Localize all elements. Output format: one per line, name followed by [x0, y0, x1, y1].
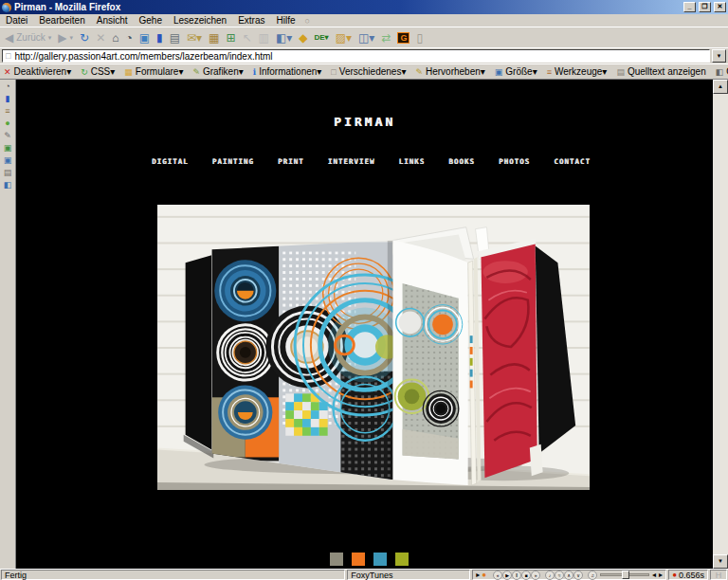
- stop-icon[interactable]: ✕: [96, 32, 105, 44]
- dev-optionen[interactable]: ◧Optionen▾: [716, 66, 728, 77]
- history-icon[interactable]: ◔: [125, 32, 132, 44]
- mute-button[interactable]: ♫: [588, 571, 597, 580]
- back-button[interactable]: ◀ Zurück ▾: [5, 32, 51, 44]
- options-icon: ◧: [716, 67, 724, 77]
- dev-verschiedenes[interactable]: □Verschiedenes▾: [331, 66, 406, 77]
- menu-bearbeiten[interactable]: Bearbeiten: [33, 15, 90, 26]
- seek-forward-icon[interactable]: ▸: [659, 571, 663, 579]
- load-timer-panel: ● 0.656s: [668, 570, 708, 580]
- new-window-icon[interactable]: ⊞: [226, 32, 235, 44]
- mail-icon[interactable]: ✉▾: [187, 32, 202, 44]
- g-logo-icon[interactable]: G: [397, 32, 410, 44]
- restore-button[interactable]: ❐: [699, 2, 711, 12]
- compose-window-icon[interactable]: ▣: [139, 32, 150, 44]
- nav-contact[interactable]: CONTACT: [554, 157, 591, 166]
- nav-links[interactable]: LINKS: [399, 157, 426, 166]
- outline-icon: ✎: [415, 67, 423, 77]
- dev-quelltext[interactable]: ▤Quelltext anzeigen: [616, 66, 705, 77]
- scrapbook-icon[interactable]: ●: [5, 119, 9, 128]
- forward-button[interactable]: ▶ ▾: [58, 32, 73, 44]
- pause-button[interactable]: ‖: [512, 571, 521, 580]
- play-button[interactable]: ▶: [502, 571, 512, 580]
- page-info-icon[interactable]: ◧: [4, 181, 12, 190]
- next-track-button[interactable]: »: [531, 571, 540, 580]
- seek-back-icon[interactable]: ◂: [652, 571, 656, 579]
- volume-slider[interactable]: [600, 573, 649, 576]
- translate-de-icon[interactable]: DE▾: [314, 33, 328, 42]
- dev-css[interactable]: ↻CSS▾: [81, 66, 115, 77]
- dev-werkzeuge[interactable]: ≡Werkzeuge▾: [547, 66, 608, 77]
- dev-hervorheben[interactable]: ✎Hervorheben▾: [415, 66, 484, 77]
- menu-datei[interactable]: Datei: [0, 15, 33, 26]
- nav-books[interactable]: BOOKS: [448, 157, 475, 166]
- tools-icon: ≡: [547, 67, 552, 77]
- swatch-green: [395, 553, 409, 566]
- menu-lesezeichen[interactable]: Lesezeichen: [168, 15, 232, 26]
- volume-slider-handle[interactable]: [622, 571, 629, 579]
- disable-icon: ✕: [4, 67, 11, 77]
- foxytunes-alarm-icon[interactable]: ●: [482, 571, 486, 579]
- volume-up-button[interactable]: ∧: [564, 571, 573, 580]
- window-title: Pirman - Mozilla Firefox: [14, 2, 681, 12]
- download-box-icon[interactable]: ▦: [209, 32, 219, 44]
- print-icon[interactable]: ▤: [170, 32, 180, 44]
- webpage-viewport: PIRMAN DIGITAL PAINTING PRINT INTERVIEW …: [16, 80, 713, 569]
- url-dropdown-button[interactable]: ▼: [712, 49, 726, 63]
- stop-playback-button[interactable]: ■: [521, 571, 531, 580]
- panel-blue-icon[interactable]: ▣: [4, 156, 12, 165]
- menu-gehe[interactable]: Gehe: [134, 15, 168, 26]
- scroll-down-button[interactable]: ▼: [713, 554, 728, 569]
- menu-ansicht[interactable]: Ansicht: [91, 15, 134, 26]
- menu-extras[interactable]: Extras: [232, 15, 270, 26]
- volume-down-button[interactable]: ∨: [573, 571, 583, 580]
- pencil-icon[interactable]: ✎: [4, 132, 11, 140]
- nav-print[interactable]: PRINT: [278, 157, 304, 166]
- home-icon[interactable]: ⌂: [112, 32, 118, 44]
- minimize-button[interactable]: _: [683, 2, 696, 12]
- swatch-gray: [330, 553, 343, 566]
- nav-interview[interactable]: INTERVIEW: [328, 157, 375, 166]
- navigation-toolbar: ◀ Zurück ▾ ▶ ▾ ↻ ✕ ⌂ ◔ ▣ ▮ ▤ ✉▾ ▦ ⊞ ↖ ▥ …: [0, 27, 728, 47]
- dev-grafiken[interactable]: ✎Grafiken▾: [192, 66, 243, 77]
- close-button[interactable]: ✕: [714, 2, 726, 12]
- code-view-icon[interactable]: ◧▾: [276, 32, 292, 44]
- menu-hilfe[interactable]: Hilfe: [271, 15, 301, 26]
- sync-arrows-icon[interactable]: ⇄: [381, 32, 391, 44]
- dev-groesse[interactable]: ▣Größe▾: [495, 66, 537, 77]
- misc-icon: □: [331, 67, 336, 77]
- nav-digital[interactable]: DIGITAL: [152, 157, 189, 166]
- url-input[interactable]: □ http://gallery.passion4art.com/members…: [2, 49, 710, 63]
- clipboard-icon[interactable]: ▥: [259, 32, 269, 44]
- dev-formulare[interactable]: ▦Formulare▾: [124, 66, 183, 77]
- back-dropdown-icon[interactable]: ▾: [48, 34, 52, 42]
- forward-dropdown-icon[interactable]: ▾: [70, 34, 74, 42]
- forward-icon: ▶: [58, 32, 66, 44]
- foxytunes-expand-icon[interactable]: ▸: [476, 571, 480, 579]
- reload-icon[interactable]: ↻: [80, 32, 89, 44]
- new-folder-icon[interactable]: ▨▾: [336, 32, 352, 44]
- dev-deaktivieren[interactable]: ✕Deaktivieren▾: [4, 66, 71, 77]
- session-icon[interactable]: ◫▾: [358, 32, 374, 44]
- blank-page-icon[interactable]: ▯: [416, 32, 423, 44]
- bookmarks-book-icon[interactable]: ▮: [6, 95, 10, 103]
- panel-green-icon[interactable]: ▣: [4, 144, 12, 153]
- vertical-scrollbar[interactable]: ▲ ▼: [713, 80, 728, 569]
- nav-photos[interactable]: PHOTOS: [499, 157, 530, 166]
- dev-informationen[interactable]: ℹInformationen▾: [253, 66, 322, 77]
- bookmarks-icon[interactable]: ▮: [156, 32, 163, 44]
- statusbar: Fertig FoxyTunes ▸ ● « ▶ ‖ ■ » ♪ ≈ ∧ ∨ ♫…: [0, 569, 728, 580]
- url-text: http://gallery.passion4art.com/members/l…: [14, 51, 272, 62]
- pointer-icon[interactable]: ↖: [242, 32, 251, 44]
- nav-painting[interactable]: PAINTING: [212, 157, 254, 166]
- prev-track-button[interactable]: «: [493, 571, 502, 580]
- burger-icon[interactable]: ≡: [5, 107, 9, 116]
- titlebar: Pirman - Mozilla Firefox _ ❐ ✕: [0, 0, 728, 14]
- playlist-button[interactable]: ♪: [545, 571, 555, 580]
- color-picker-icon[interactable]: ◆: [299, 32, 307, 44]
- shuffle-button[interactable]: ≈: [555, 571, 564, 580]
- script-doc-icon[interactable]: ▤: [4, 169, 12, 177]
- history-clock-icon[interactable]: ◔: [5, 82, 9, 91]
- scroll-up-button[interactable]: ▲: [713, 80, 728, 94]
- firefox-window: Pirman - Mozilla Firefox _ ❐ ✕ Datei Bea…: [0, 0, 728, 580]
- site-logo: PIRMAN: [16, 115, 713, 129]
